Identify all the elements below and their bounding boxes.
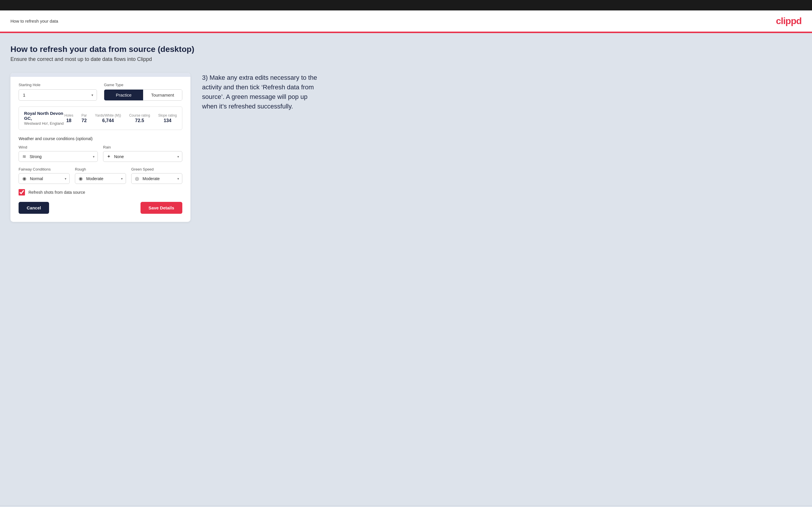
game-type-toggle: Practice Tournament [104, 89, 182, 101]
card-top-strip [10, 73, 191, 77]
holes-value: 18 [66, 118, 71, 123]
game-type-group: Game Type Practice Tournament [104, 83, 182, 101]
practice-button[interactable]: Practice [104, 90, 143, 100]
course-rating-label: Course rating [129, 113, 150, 117]
rain-select-wrapper[interactable]: ✦ None ▾ [103, 151, 182, 162]
wind-select-wrapper[interactable]: ≋ Strong ▾ [18, 151, 98, 162]
yards-value: 6,744 [102, 118, 114, 123]
header: How to refresh your data clippd [0, 10, 812, 33]
page-heading: How to refresh your data from source (de… [10, 45, 802, 54]
starting-hole-select[interactable]: 1 [19, 90, 97, 100]
holes-label: Holes [64, 113, 73, 117]
fairway-label: Fairway Conditions [18, 167, 70, 171]
rain-label: Rain [103, 145, 182, 149]
par-label: Par [81, 113, 87, 117]
rough-label: Rough [75, 167, 126, 171]
side-note: 3) Make any extra edits necessary to the… [202, 73, 318, 111]
starting-hole-group: Starting Hole 1 ▾ [18, 83, 97, 101]
green-speed-select-wrapper[interactable]: ◎ Moderate ▾ [131, 173, 182, 184]
rain-group: Rain ✦ None ▾ [103, 145, 182, 162]
course-name: Royal North Devon GC, [24, 111, 64, 121]
fairway-select[interactable]: Normal [29, 174, 69, 184]
fairway-select-wrapper[interactable]: ◉ Normal ▾ [18, 173, 70, 184]
rain-icon: ✦ [103, 152, 113, 162]
wind-rain-row: Wind ≋ Strong ▾ Rain ✦ None [18, 145, 182, 162]
cancel-button[interactable]: Cancel [18, 202, 49, 214]
course-stat-course-rating: Course rating 72.5 [129, 113, 150, 123]
main-content: How to refresh your data from source (de… [0, 33, 812, 505]
rain-select[interactable]: None [113, 152, 182, 162]
refresh-row: Refresh shots from data source [18, 189, 182, 195]
footer: Copyright Clippd 2022 [0, 505, 812, 507]
course-rating-value: 72.5 [135, 118, 144, 123]
wind-label: Wind [18, 145, 98, 149]
course-stat-slope: Slope rating 134 [158, 113, 177, 123]
course-info-row: Royal North Devon GC, Westward Ho!, Engl… [18, 106, 182, 130]
wind-select[interactable]: Strong [29, 152, 98, 162]
game-type-label: Game Type [104, 83, 182, 87]
form-card: Starting Hole 1 ▾ Game Type Practice Tou… [10, 73, 191, 222]
slope-rating-label: Slope rating [158, 113, 177, 117]
starting-hole-select-wrapper[interactable]: 1 ▾ [18, 89, 97, 101]
rough-select-wrapper[interactable]: ◉ Moderate ▾ [75, 173, 126, 184]
fairway-group: Fairway Conditions ◉ Normal ▾ [18, 167, 70, 184]
tournament-button[interactable]: Tournament [143, 90, 182, 100]
green-speed-label: Green Speed [131, 167, 182, 171]
wind-group: Wind ≋ Strong ▾ [18, 145, 98, 162]
slope-rating-value: 134 [164, 118, 171, 123]
action-row: Cancel Save Details [18, 202, 182, 214]
top-bar [0, 0, 812, 10]
rough-select[interactable]: Moderate [85, 174, 126, 184]
rough-icon: ◉ [75, 173, 85, 184]
fairway-icon: ◉ [19, 173, 29, 184]
rough-group: Rough ◉ Moderate ▾ [75, 167, 126, 184]
fairway-rough-green-row: Fairway Conditions ◉ Normal ▾ Rough ◉ [18, 167, 182, 184]
header-title: How to refresh your data [10, 18, 58, 23]
course-name-block: Royal North Devon GC, Westward Ho!, Engl… [24, 111, 64, 126]
yards-label: Yards/White (M)) [95, 113, 121, 117]
par-value: 72 [82, 118, 87, 123]
course-stat-holes: Holes 18 [64, 113, 73, 123]
page-subheading: Ensure the correct and most up to date d… [10, 56, 802, 62]
starting-hole-label: Starting Hole [18, 83, 97, 87]
course-stat-yards: Yards/White (M)) 6,744 [95, 113, 121, 123]
green-speed-group: Green Speed ◎ Moderate ▾ [131, 167, 182, 184]
green-speed-icon: ◎ [132, 173, 141, 184]
course-stat-par: Par 72 [81, 113, 87, 123]
refresh-checkbox[interactable] [18, 189, 25, 195]
form-row-top: Starting Hole 1 ▾ Game Type Practice Tou… [18, 83, 182, 101]
save-button[interactable]: Save Details [141, 202, 182, 214]
course-location: Westward Ho!, England [24, 121, 64, 126]
refresh-label: Refresh shots from data source [29, 190, 85, 194]
logo: clippd [776, 16, 802, 26]
wind-icon: ≋ [19, 152, 29, 162]
content-area: Starting Hole 1 ▾ Game Type Practice Tou… [10, 73, 802, 222]
course-stats: Holes 18 Par 72 Yards/White (M)) 6,744 C… [64, 113, 177, 123]
side-note-text: 3) Make any extra edits necessary to the… [202, 73, 318, 111]
weather-section-title: Weather and course conditions (optional) [18, 136, 182, 141]
green-speed-select[interactable]: Moderate [141, 174, 182, 184]
